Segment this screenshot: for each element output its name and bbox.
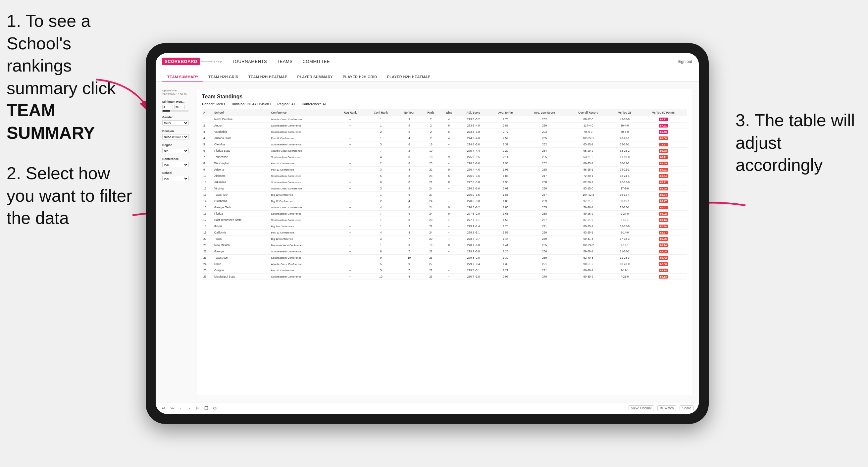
table-row: 12 Virginia Atlantic Coast Conference − … (202, 185, 687, 192)
table-row: 20 Texas Big 12 Conference − 3 7 20 7 27… (202, 236, 687, 242)
col-reg-rank: Reg Rank (336, 109, 365, 116)
col-no-tour: No Tour (397, 109, 422, 116)
table-title: Team Standings (202, 94, 687, 100)
table-row: 17 East Tennessee State Southeastern Con… (202, 217, 687, 223)
instruction-step3: 3. The table will adjust accordingly (736, 109, 861, 177)
share-btn[interactable]: Share (680, 405, 694, 411)
table-row: 3 Vanderbilt Southeastern Conference − 2… (202, 129, 687, 135)
sign-out[interactable]: Sign out (678, 59, 692, 64)
table-area: Team Standings Gender: Men's Division: N… (197, 89, 692, 396)
table-row: 18 Illinois Big Ten Conference − 1 9 21 … (202, 223, 687, 229)
col-avg-low: Avg. Low Score (522, 109, 567, 116)
app-navbar: SCOREBOARD Powered by clippi TOURNAMENTS… (156, 53, 699, 70)
table-row: 13 Texas Tech Big 12 Conference − 1 9 27… (202, 192, 687, 198)
filters-panel: Update time: 27/03/2024 16:56:26 Minimum… (162, 89, 192, 396)
table-row: 1 North Carolina Atlantic Coast Conferen… (202, 116, 687, 123)
filter-slider-fill (162, 110, 170, 112)
table-row: 26 Mississippi State Southeastern Confer… (202, 274, 687, 280)
filter-update: Update time: 27/03/2024 16:56:26 (162, 89, 192, 96)
watch-btn[interactable]: 👁 Watch (657, 405, 676, 411)
filter-region-select[interactable]: N/A All (162, 148, 189, 153)
table-row: 9 Arizona Pac-12 Conference − 3 8 22 9 2… (202, 166, 687, 173)
nav-tournaments[interactable]: TOURNAMENTS (232, 59, 267, 64)
duplicate-icon[interactable]: ❐ (204, 406, 209, 411)
table-row: 10 Alabama Southeastern Conference − 5 8… (202, 173, 687, 179)
table-row: 14 Oklahoma Big 12 Conference − 2 4 24 −… (202, 198, 687, 204)
tab-team-summary[interactable]: TEAM SUMMARY (162, 75, 203, 82)
col-vs25: Vs Top 25 (610, 109, 640, 116)
eye-icon: 👁 (660, 406, 663, 410)
col-rank: # (202, 109, 213, 116)
tab-player-h2h-grid[interactable]: PLAYER H2H GRID (338, 75, 382, 82)
tab-team-h2h-heatmap[interactable]: TEAM H2H HEATMAP (243, 75, 292, 82)
table-row: 8 Washington Pac-12 Conference − 2 8 23 … (202, 160, 687, 166)
col-rnds: Rnds (422, 109, 440, 116)
filter-conference-group: Conference (All) (162, 157, 192, 167)
tab-player-summary[interactable]: PLAYER SUMMARY (292, 75, 338, 82)
tablet-frame: SCOREBOARD Powered by clippi TOURNAMENTS… (146, 43, 709, 424)
col-adj-score: Adj. Score (458, 109, 489, 116)
table-row: 16 Florida Southeastern Conference − 7 9… (202, 211, 687, 217)
table-row: 19 California Pac-12 Conference − 4 8 24… (202, 229, 687, 236)
settings-icon[interactable]: ⚙ (212, 406, 218, 411)
table-filters-row: Gender: Men's Division: NCAA Division I … (202, 102, 687, 106)
col-avg-par: Avg. to Par (489, 109, 522, 116)
table-row: 24 Duke Atlantic Coast Conference − 5 9 … (202, 261, 687, 267)
col-wins: Wins (440, 109, 458, 116)
table-row: 22 Georgia Southeastern Conference − 8 7… (202, 248, 687, 255)
back-icon[interactable]: ‹ (178, 406, 183, 411)
main-content: Update time: 27/03/2024 16:56:26 Minimum… (156, 82, 699, 402)
filter-division-group: Division NCAA Division I NCAA Division I… (162, 129, 192, 139)
filter-division-select[interactable]: NCAA Division I NCAA Division II NCAA Di… (162, 134, 189, 139)
table-row: 6 Florida State Atlantic Coast Conferenc… (202, 148, 687, 154)
col-conference: Conference (270, 109, 335, 116)
col-conf-rank: Conf Rank (365, 109, 397, 116)
table-row: 2 Auburn Southeastern Conference − 1 9 2… (202, 123, 687, 129)
logo: SCOREBOARD (162, 58, 200, 65)
filter-gender-group: Gender Men's Women's (162, 116, 192, 126)
view-original-btn[interactable]: View: Original (628, 405, 654, 411)
col-vs50: Vs Top 50 Points (640, 109, 687, 116)
filter-conference-select[interactable]: (All) (162, 162, 189, 167)
logo-area: SCOREBOARD Powered by clippi (162, 58, 222, 65)
undo-icon[interactable]: ↩ (161, 406, 166, 411)
col-school: School (213, 109, 270, 116)
logo-sub: Powered by clippi (202, 60, 222, 63)
table-row: 25 Oregon Pac-12 Conference − 5 7 21 − 2… (202, 267, 687, 274)
filter-gender-select[interactable]: Men's Women's (162, 120, 189, 126)
filter-min-input[interactable] (162, 105, 173, 109)
step1-number: 1. (7, 11, 21, 30)
tab-player-h2h-heatmap[interactable]: PLAYER H2H HEATMAP (382, 75, 435, 82)
nav-committee[interactable]: COMMITTEE (303, 59, 330, 64)
redo-icon[interactable]: ↪ (169, 406, 175, 411)
table-row: 5 Ole Miss Southeastern Conference − 3 6… (202, 142, 687, 148)
instruction-step2: 2. Select how you want to filter the dat… (7, 162, 132, 229)
forward-icon[interactable]: › (186, 406, 192, 411)
copy-icon[interactable]: ⎘ (195, 406, 200, 411)
table-row: 21 New Mexico Mountain West Conference −… (202, 242, 687, 248)
table-row: 11 Arkansas Southeastern Conference − 6 … (202, 179, 687, 185)
col-overall: Overall Record (567, 109, 610, 116)
filter-max-input[interactable] (174, 105, 185, 109)
table-header-row: # School Conference Reg Rank Conf Rank N… (202, 109, 687, 116)
filter-region-group: Region N/A All (162, 144, 192, 153)
filter-minimum-rou: Minimum Rou... (162, 100, 192, 112)
tab-team-h2h-grid[interactable]: TEAM H2H GRID (203, 75, 243, 82)
nav-teams[interactable]: TEAMS (277, 59, 292, 64)
standings-table: # School Conference Reg Rank Conf Rank N… (202, 109, 687, 280)
table-row: 4 Arizona State Pac-12 Conference − 1 4 … (202, 135, 687, 142)
nav-divider (674, 58, 674, 65)
filter-school-select[interactable]: (All) (162, 176, 189, 181)
filter-slider[interactable] (162, 110, 189, 112)
filter-school-group: School (All) (162, 171, 192, 181)
nav-links: TOURNAMENTS TEAMS COMMITTEE (232, 59, 674, 64)
table-row: 23 Texas A&M Southeastern Conference − 9… (202, 255, 687, 261)
bottom-toolbar: ↩ ↪ ‹ › ⎘ ❐ ⚙ View: Original 👁 Watch Sha… (156, 402, 699, 414)
table-row: 7 Tennessee Southeastern Conference − 4 … (202, 154, 687, 160)
sub-navbar: TEAM SUMMARY TEAM H2H GRID TEAM H2H HEAT… (156, 70, 699, 82)
table-row: 15 Georgia Tech Atlantic Coast Conferenc… (202, 204, 687, 211)
tablet-screen: SCOREBOARD Powered by clippi TOURNAMENTS… (156, 53, 699, 414)
